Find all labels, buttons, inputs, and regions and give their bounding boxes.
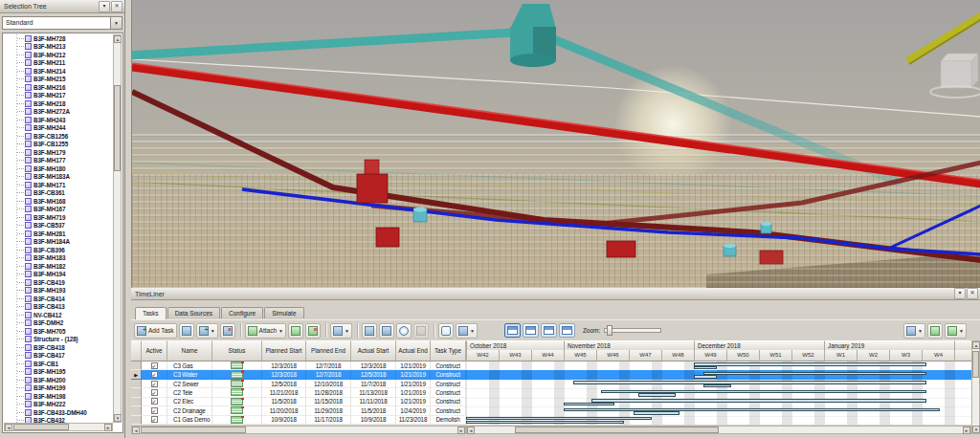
update-button[interactable]	[396, 323, 412, 339]
tree-item[interactable]: B3F-MH705	[12, 327, 113, 336]
actual-task-bar[interactable]	[591, 399, 926, 402]
scroll-right-icon[interactable]: ►	[104, 424, 112, 431]
actual-task-bar[interactable]	[694, 362, 926, 365]
tree-item[interactable]: B3F-CB417	[12, 352, 113, 361]
teal-water-pipe-left[interactable]	[132, 33, 513, 55]
panel-menu-icon[interactable]: ▾	[99, 1, 110, 12]
close-icon[interactable]: ✕	[967, 288, 978, 299]
import-changes-button[interactable]: ▼	[945, 323, 967, 339]
column-header[interactable]: Active	[142, 340, 167, 361]
planned-task-bar[interactable]	[638, 393, 676, 396]
tree-item[interactable]: B3F-CB418	[12, 343, 113, 352]
delete-task-button[interactable]	[220, 323, 235, 339]
tree-item[interactable]: B3F-MH222	[12, 401, 113, 409]
tree-item[interactable]: B3F-MH213	[12, 43, 113, 52]
planned-task-bar[interactable]	[564, 403, 614, 405]
active-checkbox[interactable]: ✓	[151, 362, 158, 369]
layout-split-button[interactable]	[559, 323, 575, 338]
tree-item[interactable]: B3F-MH194	[12, 271, 113, 279]
clear-attachment-button[interactable]	[305, 323, 321, 339]
teal-water-pipe-right[interactable]	[551, 38, 898, 182]
tree-item[interactable]: Structure - (128)	[12, 336, 113, 344]
gantt-chart[interactable]: October 2018November 2018December 2018Ja…	[466, 340, 971, 434]
scroll-up-icon[interactable]: ▲	[972, 341, 980, 349]
tree-mode-select[interactable]: Standard ▼	[2, 16, 122, 30]
actual-task-bar[interactable]	[564, 408, 940, 411]
tree-item[interactable]: B3F-CB537	[12, 222, 113, 230]
auto-add-tasks-button[interactable]: ▼	[196, 323, 218, 339]
tree-item[interactable]: B3F-MH243	[12, 116, 113, 124]
tree-item[interactable]: B3F-MH215	[12, 76, 113, 84]
tree-item[interactable]: B3F-MH719	[12, 213, 113, 222]
column-header[interactable]: Task Type	[431, 340, 466, 361]
column-header[interactable]: Name	[167, 340, 212, 361]
tree-item[interactable]: B3F-MH218	[12, 99, 113, 108]
layout-tasks-and-gantt-button[interactable]	[504, 323, 521, 338]
tree-item[interactable]: B3F-CB1256	[12, 132, 113, 141]
active-checkbox[interactable]: ✓	[151, 389, 158, 396]
attach-button[interactable]: Attach ▼	[245, 323, 286, 339]
tab-data-sources[interactable]: Data Sources	[167, 307, 220, 318]
tree-item[interactable]: B3F-MH195	[12, 368, 113, 377]
tree-item[interactable]: B3F-CB361	[12, 189, 113, 198]
gantt-body[interactable]	[466, 361, 971, 425]
scroll-left-icon[interactable]: ◄	[132, 427, 140, 434]
tree-item[interactable]: B3F-MH728	[12, 34, 113, 43]
tree-item[interactable]: B3F-MH272A	[12, 108, 113, 117]
tree-item[interactable]: B3F-MH216	[12, 83, 113, 92]
tree-item[interactable]: B3F-CB414	[12, 295, 113, 303]
tab-simulate[interactable]: Simulate	[264, 307, 303, 318]
scroll-down-icon[interactable]: ▼	[972, 426, 980, 433]
view-cube[interactable]	[930, 54, 980, 98]
columns-button[interactable]: ▼	[456, 323, 478, 339]
tree-item[interactable]: B3F-CB1	[12, 360, 113, 368]
scroll-right-icon[interactable]: ►	[963, 427, 970, 434]
tree-item[interactable]: B3F-MH180	[12, 164, 113, 173]
table-row[interactable]: ▶✓C3 Water12/3/201812/7/201812/5/20181/2…	[131, 370, 466, 379]
zoom-slider-thumb[interactable]	[607, 325, 612, 336]
active-checkbox[interactable]: ✓	[151, 407, 158, 414]
tree-item[interactable]: B3F-MH281	[12, 230, 113, 238]
close-icon[interactable]: ✕	[111, 1, 122, 12]
move-down-button[interactable]	[379, 323, 394, 339]
column-header[interactable]: Actual End	[396, 340, 431, 361]
tree-item[interactable]: B3F-MH167	[12, 206, 113, 214]
tree-item[interactable]: B3F-MH177	[12, 157, 113, 165]
gantt-horizontal-scrollbar[interactable]: ◄ ►	[466, 426, 971, 434]
scroll-right-icon[interactable]: ►	[457, 427, 465, 434]
actual-task-bar[interactable]	[573, 381, 926, 383]
planned-task-bar[interactable]	[694, 366, 717, 369]
panel-menu-icon[interactable]: ▾	[954, 288, 966, 299]
tree-item[interactable]: NV-CB412	[12, 311, 113, 319]
scroll-down-icon[interactable]: ▼	[114, 414, 122, 422]
tree-item[interactable]: B3F-MH211	[12, 59, 113, 68]
active-checkbox[interactable]: ✓	[151, 381, 158, 387]
tree-item[interactable]: B3F-MH168	[12, 197, 113, 206]
table-row[interactable]: ✓C2 Sewer12/5/201812/10/201811/7/20181/2…	[131, 380, 466, 388]
active-checkbox[interactable]: ✓	[151, 416, 158, 423]
maroon-pipe-lower[interactable]	[132, 92, 980, 260]
tree-item[interactable]: B3F-MH183A	[12, 173, 113, 182]
scrollbar-thumb[interactable]	[114, 85, 121, 171]
tree-item[interactable]: B3F-MH171	[12, 181, 113, 189]
layout-tasks-only-button[interactable]	[523, 323, 539, 338]
tree-item[interactable]: B3F-CB1255	[12, 141, 113, 149]
active-checkbox[interactable]: ✓	[151, 398, 158, 405]
tree-item[interactable]: B3F-MH179	[12, 148, 113, 157]
timeliner-titlebar[interactable]: TimeLiner ▾ ✕	[131, 288, 980, 300]
tree-item[interactable]: B3F-MH199	[12, 384, 113, 393]
tree-item[interactable]: B3F-MH214	[12, 67, 113, 76]
tree-vertical-scrollbar[interactable]: ▲ ▼	[113, 34, 122, 423]
add-comment-button[interactable]	[438, 323, 454, 339]
blue-pipe-branch[interactable]	[888, 206, 980, 249]
insert-task-button[interactable]	[179, 323, 194, 339]
planned-task-bar[interactable]	[466, 421, 624, 424]
teal-water-tank[interactable]	[510, 4, 556, 67]
scroll-left-icon[interactable]: ◄	[467, 427, 475, 434]
column-header[interactable]: Planned End	[306, 340, 351, 361]
tab-tasks[interactable]: Tasks	[135, 307, 167, 319]
export-schedule-button[interactable]	[927, 323, 943, 339]
table-row[interactable]: ✓C2 Tele11/21/201811/28/201811/13/20181/…	[131, 388, 466, 397]
tree-item[interactable]: B3F-MH200	[12, 376, 113, 384]
table-row[interactable]: ✓C3 Gas12/3/201812/7/201812/3/20181/21/2…	[131, 361, 466, 370]
